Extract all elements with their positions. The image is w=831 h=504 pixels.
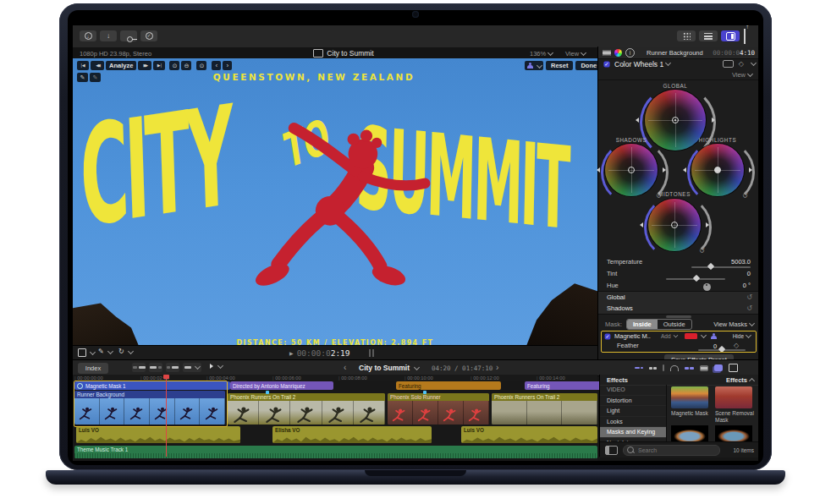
timeline-playhead[interactable]	[166, 375, 167, 457]
done-button[interactable]: Done	[575, 61, 597, 70]
clip-magnetic-mask[interactable]: Magnetic Mask 1	[74, 381, 230, 390]
hue-value[interactable]: 0 °	[710, 282, 751, 289]
mask-hide-menu[interactable]: Hide	[733, 333, 751, 339]
clip-theme-music[interactable]: Theme Music Track 1	[74, 446, 597, 458]
timeline-project-menu[interactable]: City to Summit	[359, 364, 419, 372]
forward-button[interactable]	[138, 61, 151, 70]
snapping-icon[interactable]	[685, 367, 694, 370]
temperature-value[interactable]: 5003.0	[710, 258, 751, 266]
timeline-toggle-button[interactable]	[699, 30, 718, 41]
face-select-button[interactable]	[525, 61, 543, 70]
zoom-handle-2[interactable]	[372, 349, 374, 357]
color-inspector-icon[interactable]	[614, 49, 622, 57]
download-button[interactable]	[100, 30, 117, 41]
arrow-tool-menu[interactable]	[210, 364, 223, 369]
fx-category-distortion[interactable]: Distortion	[600, 396, 666, 407]
keyframe-icon[interactable]	[739, 61, 744, 68]
overwrite-clip-button[interactable]	[183, 363, 201, 372]
brush-add-button[interactable]	[77, 73, 88, 82]
background-tasks-button[interactable]	[140, 30, 157, 41]
headphones-icon[interactable]	[670, 365, 679, 371]
next-project-button[interactable]	[496, 364, 498, 372]
clip-runner-background[interactable]: Runner Background	[74, 391, 225, 425]
effect-name-menu[interactable]: Color Wheels 1	[614, 60, 670, 68]
wheel-view-menu[interactable]: View	[732, 71, 752, 79]
clip-luis-vo-2[interactable]: Luis VO	[461, 426, 597, 443]
tint-value[interactable]: 0	[710, 270, 751, 277]
fx-item-scene-removal-thumb[interactable]	[715, 386, 752, 408]
go-end-button[interactable]	[153, 61, 165, 70]
zoom-level-menu[interactable]: 136%	[530, 50, 553, 58]
play-icon[interactable]	[289, 351, 294, 356]
mask-add-menu[interactable]: Add	[661, 333, 678, 339]
section-global-reset-icon[interactable]	[746, 294, 752, 301]
feather-keyframe-icon[interactable]	[734, 342, 739, 349]
remove-keyframe-button[interactable]	[181, 61, 191, 70]
section-global[interactable]: Global	[598, 291, 758, 304]
view-masks-menu[interactable]: View Masks	[713, 320, 754, 328]
clip-phoenix-runners-1[interactable]: Phoenix Runners On Trail 2	[228, 393, 385, 425]
magnetic-mask-row[interactable]: Magnetic M.. Add Hide	[602, 331, 754, 341]
clip-title-featuring-1[interactable]: Featuring	[396, 381, 501, 390]
preview-icon[interactable]	[723, 60, 734, 68]
feather-value[interactable]: 0	[713, 342, 717, 350]
target-button[interactable]	[196, 61, 206, 70]
insert-clip-button[interactable]	[149, 363, 162, 372]
clip-title-directed-by[interactable]: Directed by Antonio Manriquez	[230, 381, 333, 390]
scroll-nub[interactable]	[666, 315, 691, 318]
connect-clip-button[interactable]	[132, 363, 146, 372]
fx-item-oval-mask-thumb[interactable]	[715, 425, 752, 441]
mask-outside-button[interactable]: Outside	[658, 320, 691, 329]
fx-item-vignette-mask-thumb[interactable]	[671, 425, 708, 441]
add-keyframe-button[interactable]	[169, 61, 179, 70]
marker-icon[interactable]	[266, 391, 269, 394]
mask-color-swatch[interactable]	[685, 333, 706, 339]
nudge-icon[interactable]	[649, 367, 657, 370]
clip-luis-vo-1[interactable]: Luis VO	[76, 426, 240, 443]
brush-remove-button[interactable]	[90, 73, 101, 82]
viewer-canvas[interactable]: QUEENSTOWN, NEW ZEALAND CITY TO SUMMIT	[73, 58, 597, 345]
next-frame-button[interactable]	[223, 61, 232, 70]
transitions-browser-icon[interactable]	[729, 364, 738, 372]
index-button[interactable]: Index	[78, 363, 108, 374]
rewind-button[interactable]	[91, 61, 104, 70]
fx-search-field[interactable]	[623, 445, 720, 456]
section-shadows-reset-icon[interactable]	[746, 305, 752, 312]
fx-category-video[interactable]: VIDEO	[600, 385, 666, 396]
zoom-handle[interactable]	[369, 349, 371, 357]
browser-toggle-button[interactable]	[677, 30, 696, 41]
effects-browser-icon[interactable]	[714, 364, 723, 371]
keyword-editor-button[interactable]	[120, 30, 137, 41]
go-start-button[interactable]	[77, 61, 89, 70]
inspector-toggle-button[interactable]	[721, 30, 740, 41]
info-inspector-icon[interactable]	[625, 48, 635, 58]
effect-enabled-checkbox[interactable]	[603, 61, 609, 67]
fx-item-magnetic-mask-thumb[interactable]	[671, 386, 708, 408]
import-media-button[interactable]	[80, 30, 96, 41]
video-inspector-icon[interactable]	[603, 50, 611, 56]
clip-title-featuring-2[interactable]: Featuring	[525, 381, 603, 390]
draw-tool-button[interactable]	[98, 348, 113, 355]
highlights-reset-icon[interactable]	[742, 193, 748, 200]
clip-elisha-vo[interactable]: Elisha VO	[272, 426, 432, 443]
fx-thumbnail-toggle-icon[interactable]	[605, 446, 618, 455]
marker-icon[interactable]	[423, 391, 427, 394]
midtones-reset-icon[interactable]	[699, 248, 705, 255]
search-input[interactable]	[636, 446, 716, 454]
section-shadows[interactable]: Shadows	[598, 303, 758, 315]
range-icon[interactable]	[663, 364, 664, 371]
clip-phoenix-solo-runner[interactable]: Phoenix Solo Runner	[388, 393, 489, 425]
trim-icon[interactable]	[635, 367, 643, 369]
fx-category-masks-keying[interactable]: Masks and Keying	[600, 427, 666, 438]
append-clip-button[interactable]	[166, 363, 179, 372]
crop-tool-button[interactable]	[78, 348, 95, 357]
view-menu[interactable]: View	[565, 50, 586, 58]
mask-person-icon[interactable]	[711, 333, 718, 340]
chevron-down-icon[interactable]	[751, 60, 757, 66]
fx-grid-header[interactable]: Effects	[726, 376, 754, 384]
clip-phoenix-runners-2[interactable]: Phoenix Runners On Trail 2	[492, 393, 597, 425]
analyze-button[interactable]: Analyze	[106, 61, 136, 70]
transform-tool-button[interactable]	[118, 348, 133, 355]
reset-button[interactable]: Reset	[546, 61, 573, 70]
mask-inside-button[interactable]: Inside	[627, 320, 658, 329]
